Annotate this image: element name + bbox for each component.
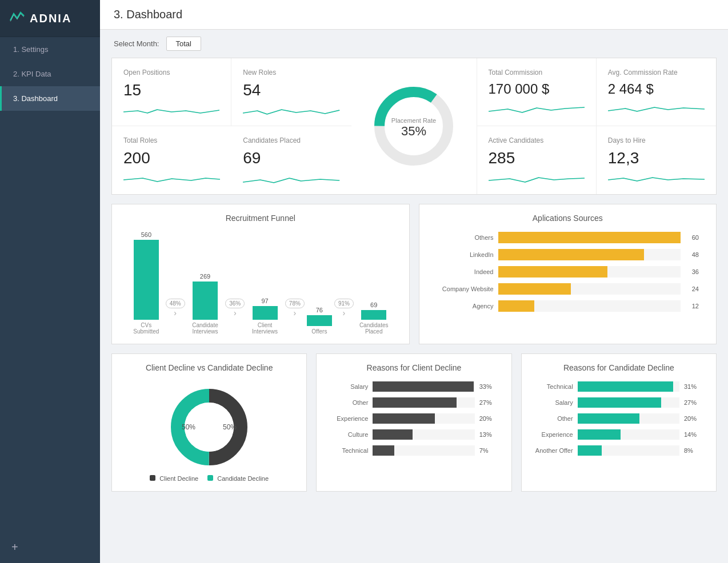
hbar-label-others: Others — [437, 234, 494, 241]
client-decline-title: Reasons for Client Decline — [328, 363, 499, 372]
hbar-label-indeed: Indeed — [437, 268, 494, 275]
cand-decline-fill-tech — [578, 381, 674, 392]
client-decline-row-salary: Salary 33% — [328, 381, 499, 392]
funnel-pct-4: 91% — [334, 299, 354, 308]
recruitment-funnel-chart: Recruitment Funnel 560 CVs Submitted 48%… — [111, 204, 410, 344]
kpi-total-commission-label: Total Commission — [489, 69, 585, 77]
app-sources-title: Aplications Sources — [431, 214, 705, 223]
donut-legend: Client Decline Candidate Decline — [150, 475, 269, 482]
funnel-val-0: 560 — [141, 231, 151, 238]
funnel-label-0: CVs Submitted — [129, 322, 163, 335]
cand-decline-val-salary: 27% — [684, 399, 705, 406]
funnel-arrow-2: › — [234, 308, 237, 317]
kpi-candidates-placed-label: Candidates Placed — [243, 136, 339, 144]
svg-text:Placement Rate: Placement Rate — [391, 117, 436, 124]
cand-decline-val-exp: 14% — [684, 431, 705, 438]
kpi-open-positions-value: 15 — [123, 81, 219, 99]
funnel-pct-3: 78% — [285, 299, 305, 308]
cand-decline-row-exp: Experience 14% — [533, 429, 705, 440]
kpi-open-positions: Open Positions 15 — [112, 58, 231, 126]
kpi-new-roles-value: 54 — [243, 81, 339, 99]
kpi-avg-commission-label: Avg. Commission Rate — [608, 69, 705, 77]
hbar-val-company: 24 — [685, 285, 699, 292]
funnel-pct-1: 48% — [166, 299, 185, 308]
hbar-track-linkedin — [498, 249, 681, 260]
cand-decline-row-salary: Salary 27% — [533, 397, 705, 408]
funnel-label-4: Candidates Placed — [356, 322, 392, 335]
hbar-fill-linkedin — [498, 249, 645, 260]
client-decline-label-salary: Salary — [328, 383, 368, 390]
kpi-active-candidates-value: 285 — [489, 149, 585, 167]
hbar-val-agency: 12 — [685, 303, 699, 309]
cand-decline-fill-other — [578, 413, 640, 424]
funnel-label-3: Offers — [311, 328, 327, 335]
kpi-total-roles-label: Total Roles — [123, 136, 220, 144]
kpi-active-candidates-label: Active Candidates — [489, 136, 585, 144]
legend-dot-client — [150, 475, 155, 481]
funnel-bar-2 — [253, 306, 278, 320]
hbar-row-linkedin: LinkedIn 48 — [437, 249, 699, 260]
kpi-grid: Open Positions 15 New Roles 54 — [111, 58, 717, 195]
sidebar: ADNIA 1. Settings 2. KPI Data 3. Dashboa… — [0, 0, 100, 563]
svg-text:50%: 50% — [223, 423, 237, 431]
kpi-candidates-placed: Candidates Placed 69 — [231, 126, 351, 194]
hbar-label-agency: Agency — [437, 303, 494, 309]
cand-decline-label-exp: Experience — [533, 431, 573, 438]
candidate-decline-title: Reasons for Candidate Decline — [533, 363, 705, 372]
client-decline-label-exp: Experience — [328, 415, 368, 422]
cand-decline-row-other: Other 20% — [533, 413, 705, 424]
hbar-track-company — [498, 283, 681, 295]
client-decline-val-culture: 13% — [479, 431, 500, 438]
kpi-avg-commission-value: 2 464 $ — [608, 81, 705, 97]
cand-decline-val-tech: 31% — [684, 383, 705, 390]
funnel-chart-title: Recruitment Funnel — [123, 214, 398, 223]
cand-decline-track-exp — [578, 429, 679, 440]
hbar-val-others: 60 — [685, 234, 699, 241]
kpi-active-candidates: Active Candidates 285 — [477, 126, 597, 194]
sidebar-item-settings[interactable]: 1. Settings — [0, 37, 100, 62]
month-select-button[interactable]: Total — [166, 37, 201, 51]
kpi-days-to-hire-value: 12,3 — [608, 149, 705, 167]
funnel-val-4: 69 — [370, 301, 377, 308]
kpi-total-commission-sparkline — [489, 103, 585, 116]
hbar-fill-agency — [498, 300, 535, 312]
kpi-new-roles-label: New Roles — [243, 69, 339, 77]
client-decline-label-culture: Culture — [328, 431, 368, 438]
dashboard: Open Positions 15 New Roles 54 — [100, 58, 728, 563]
client-decline-row-exp: Experience 20% — [328, 413, 499, 424]
cand-decline-label-tech: Technical — [533, 383, 573, 390]
sidebar-item-kpi[interactable]: 2. KPI Data — [0, 62, 100, 86]
client-decline-fill-tech — [373, 445, 394, 456]
client-decline-track-tech — [373, 445, 474, 456]
hbar-row-others: Others 60 — [437, 232, 699, 243]
client-decline-val-exp: 20% — [479, 415, 500, 422]
hbar-fill-indeed — [498, 266, 608, 278]
funnel-val-2: 97 — [261, 297, 268, 304]
sidebar-add-button[interactable]: + — [0, 532, 100, 563]
client-decline-label-tech: Technical — [328, 447, 368, 454]
client-decline-label-other: Other — [328, 399, 368, 406]
client-decline-track-culture — [373, 429, 474, 440]
page-header: 3. Dashboard — [100, 0, 728, 30]
kpi-open-positions-label: Open Positions — [123, 69, 219, 77]
cand-decline-val-other: 20% — [684, 415, 705, 422]
legend-candidate-decline: Candidate Decline — [207, 475, 269, 482]
legend-client-decline: Client Decline — [150, 475, 198, 482]
app-sources-bars: Others 60 LinkedIn 48 In — [431, 232, 705, 312]
hbar-val-indeed: 36 — [685, 268, 699, 275]
client-vs-candidate-title: Client Decline vs Candidate Decline — [123, 363, 295, 372]
legend-dot-candidate — [207, 475, 213, 481]
kpi-total-commission-value: 170 000 $ — [489, 81, 585, 97]
cand-decline-track-salary — [578, 397, 679, 408]
kpi-days-to-hire-label: Days to Hire — [608, 136, 705, 144]
funnel-bar-1 — [193, 282, 218, 320]
hbar-row-company: Company Website 24 — [437, 283, 699, 295]
client-vs-candidate-decline: Client Decline vs Candidate Decline 50% … — [111, 353, 307, 492]
kpi-total-roles: Total Roles 200 — [112, 126, 231, 194]
funnel-val-1: 269 — [200, 273, 210, 280]
kpi-open-positions-sparkline — [123, 105, 219, 119]
sidebar-item-dashboard[interactable]: 3. Dashboard — [0, 86, 100, 111]
main-content: 3. Dashboard Select Month: Total Open Po… — [100, 0, 728, 563]
sidebar-logo: ADNIA — [0, 0, 100, 37]
bottom-row: Client Decline vs Candidate Decline 50% … — [111, 353, 717, 492]
